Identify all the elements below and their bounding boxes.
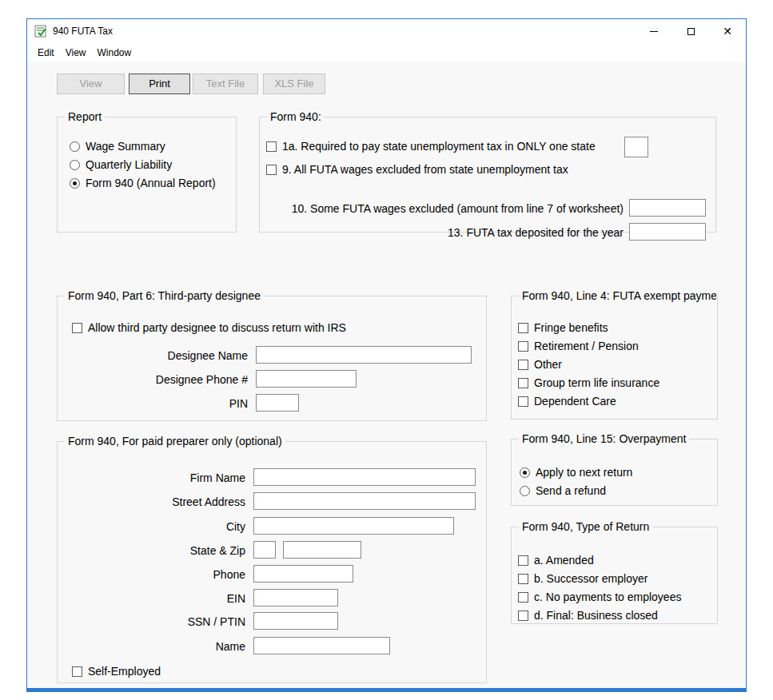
minimize-icon [650, 31, 658, 32]
line10-label: 10. Some FUTA wages excluded (amount fro… [260, 202, 624, 215]
view-button[interactable]: View [57, 74, 125, 94]
state-input[interactable] [253, 541, 276, 559]
checkbox-icon [518, 360, 528, 370]
city-label: City [58, 520, 245, 533]
checkbox-icon [266, 141, 277, 152]
city-input[interactable] [253, 517, 454, 535]
checkbox-icon [518, 341, 528, 352]
checkbox-label: Group term life insurance [534, 376, 659, 389]
line10-amount-input[interactable] [629, 199, 706, 217]
ssn-ptin-label: SSN / PTIN [58, 615, 245, 628]
overpayment-group-legend: Form 940, Line 15: Overpayment [519, 432, 689, 445]
radio-label: Wage Summary [86, 140, 165, 153]
print-button[interactable]: Print [129, 74, 190, 94]
radio-apply-next-return[interactable]: Apply to next return [520, 466, 632, 479]
line4-group: Form 940, Line 4: FUTA exempt payme Frin… [511, 296, 718, 420]
radio-icon [70, 178, 80, 189]
maximize-button[interactable] [672, 19, 709, 43]
menu-window[interactable]: Window [91, 44, 137, 62]
checkbox-icon [518, 555, 528, 566]
firm-name-input[interactable] [253, 468, 476, 486]
checkbox-line1a[interactable]: 1a. Required to pay state unemployment t… [266, 140, 596, 153]
line4-group-legend: Form 940, Line 4: FUTA exempt payme [519, 289, 716, 302]
checkbox-label: Other [534, 358, 562, 371]
preparer-group: Form 940, For paid preparer only (option… [57, 441, 487, 683]
checkbox-label: 9. All FUTA wages excluded from state un… [282, 163, 568, 176]
ein-label: EIN [58, 592, 245, 605]
checkbox-label: Fringe benefits [534, 321, 608, 334]
checkbox-icon [518, 396, 528, 407]
line13-label: 13. FUTA tax deposited for the year [260, 226, 624, 239]
preparer-name-input[interactable] [253, 637, 390, 654]
designee-phone-label: Designee Phone # [58, 373, 248, 386]
minimize-button[interactable] [636, 19, 672, 43]
menu-view[interactable]: View [60, 44, 92, 62]
checkbox-label: b. Successor employer [534, 572, 647, 585]
checkbox-line9[interactable]: 9. All FUTA wages excluded from state un… [266, 163, 568, 176]
checkbox-dependent-care[interactable]: Dependent Care [518, 395, 616, 408]
checkbox-retirement-pension[interactable]: Retirement / Pension [518, 340, 639, 352]
type-of-return-group-legend: Form 940, Type of Return [519, 520, 652, 533]
zip-input[interactable] [283, 541, 361, 559]
preparer-group-legend: Form 940, For paid preparer only (option… [65, 435, 285, 447]
checkbox-icon [72, 323, 82, 333]
radio-label: Form 940 (Annual Report) [86, 177, 216, 189]
checkbox-icon [518, 378, 528, 388]
state-zip-label: State & Zip [58, 544, 245, 557]
checkbox-icon [266, 165, 277, 175]
ssn-ptin-input[interactable] [253, 612, 338, 630]
form940-group-legend: Form 940: [267, 110, 325, 123]
part6-group-legend: Form 940, Part 6: Third-party designee [65, 289, 264, 302]
radio-quarterly-liability[interactable]: Quarterly Liability [70, 158, 172, 171]
menu-edit[interactable]: Edit [32, 44, 60, 62]
ein-input[interactable] [253, 589, 338, 607]
checkbox-icon [518, 592, 528, 603]
line13-deposit-input[interactable] [629, 223, 706, 241]
checkbox-label: c. No payments to employees [534, 591, 681, 603]
checkbox-no-payments[interactable]: c. No payments to employees [518, 591, 681, 603]
street-address-input[interactable] [253, 492, 476, 510]
pin-input[interactable] [256, 394, 299, 412]
checkbox-amended[interactable]: a. Amended [518, 554, 594, 567]
pin-label: PIN [58, 397, 248, 410]
checkbox-label: Dependent Care [534, 395, 616, 408]
phone-label: Phone [58, 568, 245, 581]
xls-file-button[interactable]: XLS File [263, 74, 325, 94]
radio-icon [520, 467, 530, 478]
checkbox-fringe-benefits[interactable]: Fringe benefits [518, 321, 608, 334]
radio-label: Quarterly Liability [86, 158, 172, 171]
close-button[interactable]: ✕ [709, 19, 746, 43]
type-of-return-group: Form 940, Type of Return a. Amended b. S… [511, 527, 718, 624]
radio-send-refund[interactable]: Send a refund [520, 484, 606, 497]
designee-name-label: Designee Name [58, 349, 248, 362]
checkbox-label: Allow third party designee to discuss re… [88, 321, 346, 334]
radio-icon [70, 160, 80, 170]
report-group: Report Wage Summary Quarterly Liability … [57, 117, 237, 233]
designee-phone-input[interactable] [256, 370, 357, 388]
line1a-state-input[interactable] [624, 137, 648, 157]
text-file-button[interactable]: Text File [193, 74, 258, 94]
title-bar: 940 FUTA Tax ✕ [27, 19, 746, 43]
checkbox-icon [518, 323, 528, 333]
radio-form-940-annual[interactable]: Form 940 (Annual Report) [70, 177, 216, 189]
close-icon: ✕ [723, 26, 732, 37]
checkbox-other[interactable]: Other [518, 358, 562, 371]
checkbox-allow-designee[interactable]: Allow third party designee to discuss re… [72, 321, 346, 334]
designee-name-input[interactable] [256, 346, 472, 364]
checkbox-label: 1a. Required to pay state unemployment t… [282, 140, 596, 153]
checkbox-successor-employer[interactable]: b. Successor employer [518, 572, 647, 585]
checkbox-final-business-closed[interactable]: d. Final: Business closed [518, 609, 658, 622]
client-area: View Print Text File XLS File Report Wag… [27, 62, 746, 688]
radio-label: Apply to next return [536, 466, 632, 479]
checkbox-self-employed[interactable]: Self-Employed [72, 665, 161, 678]
checkbox-icon [72, 666, 82, 677]
checkbox-group-term-life[interactable]: Group term life insurance [518, 376, 659, 389]
radio-label: Send a refund [536, 484, 606, 497]
radio-wage-summary[interactable]: Wage Summary [70, 140, 165, 153]
app-icon [34, 25, 47, 38]
firm-name-label: Firm Name [58, 471, 245, 484]
phone-input[interactable] [253, 565, 353, 583]
checkbox-icon [518, 611, 528, 621]
report-group-legend: Report [65, 110, 105, 123]
radio-icon [70, 141, 80, 152]
